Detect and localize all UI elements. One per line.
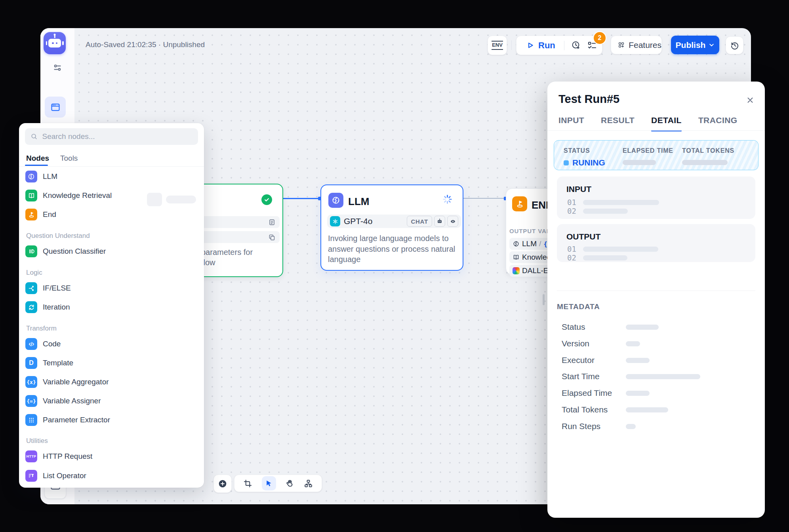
edge-llm-to-end [462, 198, 506, 199]
close-icon [746, 96, 755, 104]
panel-title: Test Run#5 [558, 93, 619, 106]
row-index: 01 [567, 198, 576, 207]
status-value: RUNING [572, 158, 605, 167]
cursor-icon [265, 479, 273, 488]
features-button[interactable]: Features [611, 36, 662, 54]
add-node-button[interactable] [213, 475, 232, 493]
node-item-code[interactable]: Code [25, 336, 196, 352]
output-card: OUTPUT 01 02 [557, 224, 755, 262]
organize-nodes-button[interactable] [304, 479, 313, 488]
publish-button[interactable]: Publish [671, 36, 719, 54]
hand-tool-button[interactable] [285, 479, 294, 488]
toolbar-separator [511, 40, 512, 50]
app-logo[interactable] [44, 32, 66, 54]
template-icon: D [25, 357, 37, 369]
node-item-list-operator[interactable]: List Operator [25, 468, 196, 484]
version-history-button[interactable] [726, 36, 743, 54]
meta-skeleton [626, 358, 650, 363]
node-item-variable-aggregator[interactable]: {x} Variable Aggregator [25, 374, 196, 390]
hand-icon [285, 479, 294, 488]
model-name: GPT-4o [344, 217, 372, 226]
total-tokens-label: TOTAL TOKENS [682, 147, 734, 154]
close-button[interactable] [746, 96, 755, 104]
model-selector[interactable]: GPT-4o CHAT [327, 215, 461, 228]
eye-icon [450, 218, 456, 225]
node-item-if-else[interactable]: IF/ELSE [25, 280, 196, 296]
node-section-utilities: Utilities [26, 436, 48, 446]
running-spinner-icon [442, 194, 453, 205]
llm-glyph-icon [513, 240, 520, 247]
node-item-iteration[interactable]: Iteration [25, 299, 196, 315]
tab-result[interactable]: RESULT [601, 116, 635, 131]
meta-row-start-time: Start Time [562, 372, 700, 381]
end-node-icon [512, 196, 527, 211]
tab-tools[interactable]: Tools [60, 154, 78, 163]
meta-row-run-steps: Run Steps [562, 422, 636, 431]
llm-node[interactable]: LLM GPT-4o CHAT [320, 184, 463, 271]
classifier-icon [25, 245, 37, 257]
meta-skeleton [626, 407, 668, 412]
robot-icon [48, 39, 61, 48]
node-item-template[interactable]: D Template [25, 355, 196, 371]
output-skeleton [583, 247, 658, 252]
panel-resize-handle[interactable] [543, 294, 545, 305]
output-title: OUTPUT [566, 232, 600, 241]
canvas-tools [234, 475, 322, 492]
layout-icon [304, 479, 313, 488]
tokens-skeleton [682, 160, 728, 165]
input-skeleton [583, 200, 659, 205]
node-panel-toggle-button[interactable] [45, 97, 66, 118]
env-button[interactable]: ENV [488, 36, 507, 55]
node-item-question-classifier[interactable]: Question Classifier [25, 243, 196, 259]
node-item-knowledge-retrieval[interactable]: Knowledge Retrieval [25, 188, 196, 203]
start-node-description-line: parameters for [201, 247, 253, 258]
node-section-transform: Transform [26, 324, 57, 333]
row-index: 02 [567, 207, 576, 215]
llm-node-description: Invoking large language models to answer… [328, 233, 455, 265]
chat-mode-badge: CHAT [407, 216, 432, 227]
http-icon: HTTP [25, 450, 37, 462]
pointer-tool-button[interactable] [262, 476, 276, 490]
node-item-llm[interactable]: LLM [25, 169, 196, 184]
llm-node-title: LLM [348, 196, 369, 208]
node-panel: Nodes Tools LLM Knowledge Retrieval End … [19, 123, 204, 488]
tab-detail[interactable]: DETAIL [651, 116, 682, 131]
tab-tracing[interactable]: TRACING [698, 116, 738, 131]
dalle-icon [513, 267, 520, 274]
plus-circle-icon [218, 479, 227, 488]
run-history-time-button[interactable] [571, 40, 581, 50]
autosave-status: Auto-Saved 21:02:35 · Unpublished [86, 40, 205, 49]
openai-icon [330, 216, 340, 226]
elapsed-time-label: ELAPSED TIME [623, 147, 673, 154]
edge-start-to-llm [282, 198, 320, 199]
tabs-divider [19, 166, 204, 167]
run-button[interactable]: Run [526, 40, 555, 51]
test-run-panel: Test Run#5 INPUT RESULT DETAIL TRACING S… [547, 82, 765, 518]
clock-play-icon [571, 40, 581, 50]
play-icon [526, 41, 534, 49]
tab-input[interactable]: INPUT [558, 116, 584, 131]
run-panel-tabs: INPUT RESULT DETAIL TRACING [558, 116, 737, 131]
meta-skeleton [626, 391, 650, 396]
capture-tool-button[interactable] [243, 479, 252, 488]
search-box[interactable] [25, 128, 198, 145]
node-item-end[interactable]: End [25, 207, 196, 222]
vision-badge [447, 216, 458, 227]
workflow-settings-button[interactable] [50, 61, 65, 75]
node-item-parameter-extractor[interactable]: Parameter Extractor [25, 412, 196, 428]
search-input[interactable] [41, 132, 192, 141]
active-tab-underline [25, 165, 48, 166]
row-index: 01 [567, 245, 576, 253]
search-icon [30, 133, 38, 141]
output-skeleton [583, 255, 627, 260]
flag-icon [25, 209, 37, 220]
window-icon [50, 102, 61, 112]
list-filter-icon [25, 470, 37, 482]
meta-row-status: Status [562, 322, 659, 332]
node-item-http-request[interactable]: HTTP HTTP Request [25, 448, 196, 464]
robot-badge-icon [436, 218, 443, 224]
meta-row-executor: Executor [562, 355, 650, 365]
tab-nodes[interactable]: Nodes [26, 154, 49, 163]
node-item-variable-assigner[interactable]: {=} Variable Assigner [25, 393, 196, 409]
section-divider [557, 291, 755, 291]
